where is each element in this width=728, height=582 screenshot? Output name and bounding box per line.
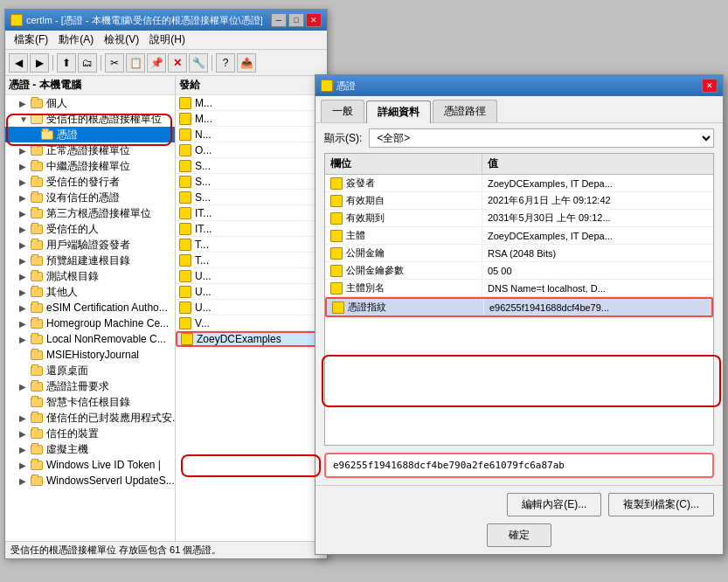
- sidebar-item-cert-enroll[interactable]: ▶ 憑證註冊要求: [5, 378, 175, 394]
- toggle-trusted-devices: ▶: [19, 429, 30, 439]
- sidebar-item-trusted-root[interactable]: ▼ 受信任的根憑證接權單位: [5, 111, 175, 127]
- field-name: 公開金鑰: [346, 246, 385, 260]
- field-cell-fingerprint: 憑證指紋: [327, 299, 484, 315]
- tab-general[interactable]: 一般: [321, 100, 364, 122]
- table-row[interactable]: 公開金鑰參數 05 00: [325, 262, 713, 280]
- list-item[interactable]: IT...: [176, 205, 327, 221]
- status-text: 受信任的根憑證接權單位 存放區包含 61 個憑證。: [10, 544, 221, 557]
- item-label: M...: [195, 113, 212, 125]
- dialog-close-button[interactable]: ✕: [702, 79, 718, 93]
- field-value: ZoeyDCExamples, IT Depa...: [488, 178, 613, 189]
- list-item[interactable]: U...: [176, 268, 327, 284]
- table-row[interactable]: 簽發者 ZoeyDCExamples, IT Depa...: [325, 175, 713, 192]
- sidebar-item-trusted-people[interactable]: ▶ 受信任的人: [5, 221, 175, 237]
- table-row[interactable]: 主體別名 DNS Name=t localhost, D...: [325, 280, 713, 297]
- maximize-button[interactable]: □: [288, 13, 304, 27]
- sidebar-item-local-nonremovable[interactable]: ▶ Local NonRemovable C...: [5, 331, 175, 347]
- up-button[interactable]: ⬆: [57, 53, 76, 73]
- sidebar-item-trusted-devices[interactable]: ▶ 信任的裝置: [5, 426, 175, 441]
- sidebar-item-smartcard[interactable]: 智慧卡信任根目錄: [5, 394, 175, 410]
- table-row[interactable]: 有效期到 2031年5月30日 上午 09:12...: [325, 210, 713, 227]
- folder-icon-personal: [30, 97, 44, 109]
- table-row[interactable]: 有效期自 2021年6月1日 上午 09:12:42: [325, 192, 713, 210]
- list-item[interactable]: V...: [176, 315, 327, 331]
- sidebar-item-untrusted[interactable]: ▶ 沒有信任的憑證: [5, 190, 175, 205]
- zoey-dc-examples-item[interactable]: ZoeyDCExamples: [176, 331, 327, 347]
- dialog-footer: 編輯內容(E)... 複製到檔案(C)...: [315, 485, 723, 523]
- table-row[interactable]: 主體 ZoeyDCExamples, IT Depa...: [325, 227, 713, 245]
- properties-button[interactable]: 🔧: [189, 53, 208, 73]
- sidebar-item-preview[interactable]: ▶ 預覽組建連根目錄: [5, 253, 175, 268]
- tab-details[interactable]: 詳細資料: [366, 100, 431, 123]
- sidebar-item-msie[interactable]: MSIEHistoryJournal: [5, 347, 175, 363]
- copy-tool-button[interactable]: 📋: [126, 53, 145, 73]
- list-item[interactable]: U...: [176, 300, 327, 315]
- label-trusted-pub: 受信任的發行者: [46, 175, 120, 190]
- list-item[interactable]: IT...: [176, 221, 327, 237]
- list-item[interactable]: U...: [176, 284, 327, 300]
- sidebar-item-homegroup[interactable]: ▶ Homegroup Machine Ce...: [5, 315, 175, 331]
- fingerprint-row[interactable]: 憑證指紋 e96255f1941688dcf4be79...: [325, 297, 713, 317]
- field-name: 有效期到: [346, 211, 385, 225]
- sidebar-item-others[interactable]: ▶ 其他人: [5, 284, 175, 300]
- sidebar-item-third-party[interactable]: ▶ 第三方根憑證接權單位: [5, 205, 175, 221]
- export-button[interactable]: 📤: [237, 53, 256, 73]
- cert-icon: [179, 239, 191, 251]
- list-item[interactable]: S...: [176, 174, 327, 190]
- sidebar-item-normal-ca[interactable]: ▶ 正常憑證接權單位: [5, 142, 175, 158]
- paste-button[interactable]: 📌: [147, 53, 166, 73]
- ok-button[interactable]: 確定: [487, 523, 551, 547]
- sidebar-item-certificates[interactable]: 憑證: [5, 127, 175, 142]
- sidebar-item-personal[interactable]: ▶ 個人: [5, 95, 175, 111]
- sidebar-item-restore-desktop[interactable]: 還原桌面: [5, 363, 175, 378]
- label-windows-server: WindowsServerl UpdateS...: [46, 475, 175, 487]
- folder-icon-windows-server: [30, 475, 44, 487]
- show-hide-button[interactable]: 🗂: [78, 53, 97, 73]
- tree-header-label: 憑證 - 本機電腦: [9, 78, 81, 93]
- field-cell: 主體別名: [325, 280, 482, 296]
- sidebar-item-client-auth[interactable]: ▶ 用戶端驗證簽發者: [5, 237, 175, 253]
- folder-icon-restore: [30, 364, 44, 377]
- toggle-test-root: ▶: [19, 272, 30, 281]
- menu-action[interactable]: 動作(A): [53, 31, 99, 49]
- delete-button[interactable]: ✕: [168, 53, 187, 73]
- toggle-client-auth: ▶: [19, 240, 30, 250]
- list-item[interactable]: T...: [176, 237, 327, 253]
- list-item[interactable]: N...: [176, 127, 327, 142]
- sidebar-item-windows-server[interactable]: ▶ WindowsServerl UpdateS...: [5, 473, 175, 488]
- list-item[interactable]: T...: [176, 253, 327, 268]
- edit-properties-button[interactable]: 編輯內容(E)...: [507, 493, 601, 516]
- tab-cert-path[interactable]: 憑證路徑: [433, 100, 497, 122]
- cert-icon: [179, 207, 191, 219]
- field-cell: 主體: [325, 227, 482, 244]
- sidebar-item-windows-live[interactable]: ▶ Windows Live ID Token |: [5, 457, 175, 473]
- copy-to-file-button[interactable]: 複製到檔案(C)...: [608, 493, 714, 516]
- minimize-button[interactable]: ─: [271, 13, 287, 27]
- menu-help[interactable]: 說明(H): [144, 31, 191, 49]
- label-certificates: 憑證: [57, 128, 78, 142]
- sidebar-item-virtual-host[interactable]: ▶ 虛擬主機: [5, 441, 175, 457]
- display-select[interactable]: <全部>: [369, 128, 714, 148]
- col-header-field: 欄位: [325, 154, 482, 174]
- sidebar-item-intermediate-ca[interactable]: ▶ 中繼憑證接權單位: [5, 158, 175, 174]
- list-item[interactable]: M...: [176, 95, 327, 111]
- sidebar-item-esim[interactable]: ▶ eSIM Certification Autho...: [5, 300, 175, 315]
- item-label: IT...: [195, 223, 211, 235]
- menu-view[interactable]: 檢視(V): [99, 31, 144, 49]
- table-row[interactable]: 公開金鑰 RSA (2048 Bits): [325, 245, 713, 262]
- close-button[interactable]: ✕: [306, 13, 322, 27]
- cut-button[interactable]: ✂: [105, 53, 124, 73]
- list-item[interactable]: S...: [176, 158, 327, 174]
- sidebar-item-trusted-publisher[interactable]: ▶ 受信任的發行者: [5, 174, 175, 190]
- menu-file[interactable]: 檔案(F): [9, 31, 53, 49]
- list-item[interactable]: M...: [176, 111, 327, 127]
- list-item[interactable]: S...: [176, 190, 327, 205]
- sidebar-item-packaged-apps[interactable]: ▶ 僅信任的已封裝應用程式安...: [5, 410, 175, 426]
- help-button[interactable]: ?: [216, 53, 235, 73]
- dialog-title-left: 憑證: [321, 80, 356, 93]
- back-button[interactable]: ◀: [9, 53, 28, 73]
- forward-button[interactable]: ▶: [30, 53, 49, 73]
- list-item[interactable]: O...: [176, 142, 327, 158]
- sidebar-item-test-root[interactable]: ▶ 測試根目錄: [5, 268, 175, 284]
- toggle-third-party: ▶: [19, 209, 30, 218]
